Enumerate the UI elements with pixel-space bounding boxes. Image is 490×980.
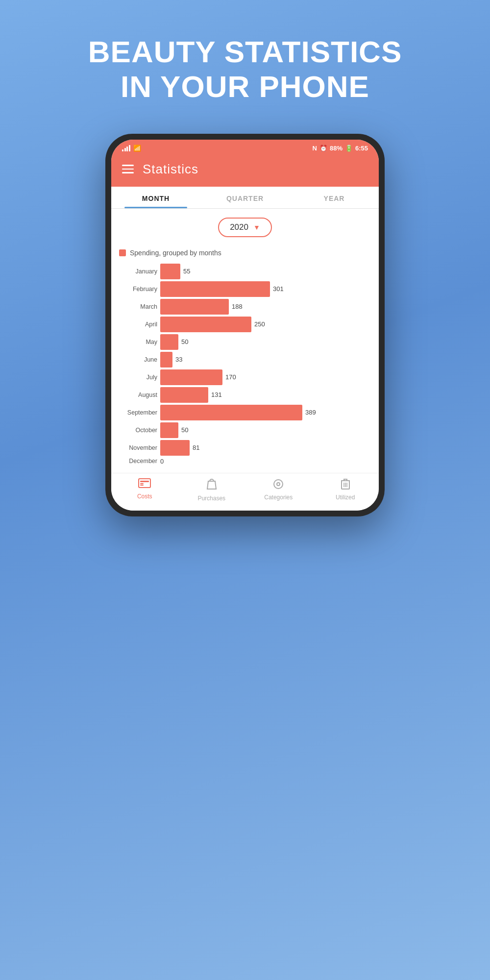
phone-mockup: 📶 N ⏰ 88% 🔋 6:55 Statistics	[105, 134, 385, 516]
nav-item-utilized[interactable]: Utilized	[312, 478, 379, 502]
bar-fill	[160, 352, 172, 368]
bar-container: 250	[160, 317, 371, 332]
hamburger-menu[interactable]	[122, 165, 134, 173]
bar-value: 131	[211, 391, 222, 398]
bar-label: September	[119, 409, 157, 416]
bar-fill	[160, 281, 270, 297]
bar-value: 301	[273, 285, 284, 293]
bar-container: 131	[160, 387, 371, 403]
chart-row: October50	[119, 422, 371, 438]
bar-value: 33	[175, 356, 182, 363]
bar-fill	[160, 387, 208, 403]
battery-percent: 88%	[330, 145, 343, 152]
hero-title: BEAUTY STATISTICS IN YOUR PHONE	[88, 34, 402, 104]
bar-value: 0	[160, 458, 164, 465]
year-selector[interactable]: 2020 ▼	[218, 218, 272, 237]
bar-label: November	[119, 444, 157, 451]
tab-quarter[interactable]: QUARTER	[200, 187, 290, 208]
wifi-icon: 📶	[133, 145, 141, 152]
year-selector-row: 2020 ▼	[111, 209, 379, 244]
nav-icon-purchases	[206, 478, 217, 493]
bar-value: 250	[254, 320, 265, 328]
bar-container: 0	[160, 458, 371, 465]
chart-row: September389	[119, 405, 371, 420]
bar-fill	[160, 405, 302, 420]
bar-value: 170	[225, 373, 236, 381]
bar-fill	[160, 334, 178, 350]
bar-container: 81	[160, 440, 371, 456]
bar-value: 81	[193, 444, 199, 451]
bar-value: 50	[181, 338, 188, 345]
nfc-icon: N	[313, 145, 317, 152]
battery-icon: 🔋	[345, 145, 353, 152]
app-header: Statistics	[111, 155, 379, 187]
nav-label: Costs	[137, 493, 152, 500]
chevron-down-icon: ▼	[253, 223, 260, 231]
svg-point-5	[277, 483, 280, 486]
bar-container: 389	[160, 405, 371, 420]
svg-rect-3	[140, 485, 144, 486]
chart-row: December0	[119, 458, 371, 465]
svg-point-4	[274, 480, 283, 489]
chart-row: June33	[119, 352, 371, 368]
bar-fill	[160, 264, 180, 279]
svg-rect-2	[140, 483, 144, 484]
chart-row: February301	[119, 281, 371, 297]
nav-icon-categories	[272, 478, 284, 492]
bar-label: May	[119, 339, 157, 345]
bar-label: December	[119, 458, 157, 465]
chart-area: Spending, grouped by months January55Feb…	[111, 244, 379, 473]
bar-fill	[160, 299, 229, 315]
nav-icon-utilized	[341, 478, 350, 492]
nav-item-purchases[interactable]: Purchases	[178, 478, 245, 502]
app-title: Statistics	[143, 162, 198, 177]
legend-color-dot	[119, 249, 126, 256]
tab-bar: MONTH QUARTER YEAR	[111, 187, 379, 209]
bar-container: 170	[160, 369, 371, 385]
bar-label: April	[119, 321, 157, 328]
chart-row: November81	[119, 440, 371, 456]
tab-month[interactable]: MONTH	[111, 187, 200, 208]
bar-container: 33	[160, 352, 371, 368]
bar-label: March	[119, 303, 157, 310]
chart-legend: Spending, grouped by months	[119, 249, 371, 257]
bar-label: July	[119, 374, 157, 381]
chart-row: April250	[119, 317, 371, 332]
bar-container: 55	[160, 264, 371, 279]
bar-label: October	[119, 427, 157, 434]
bar-value: 50	[181, 426, 188, 434]
bar-fill	[160, 422, 178, 438]
nav-item-categories[interactable]: Categories	[245, 478, 312, 502]
tab-year[interactable]: YEAR	[290, 187, 379, 208]
bar-label: February	[119, 286, 157, 293]
signal-icon	[122, 145, 130, 151]
bar-fill	[160, 440, 190, 456]
bar-value: 389	[305, 409, 316, 416]
nav-label: Purchases	[197, 495, 225, 502]
nav-icon-costs	[138, 478, 151, 491]
year-value: 2020	[230, 222, 248, 232]
chart-rows: January55February301March188April250May5…	[119, 264, 371, 465]
nav-label: Utilized	[336, 494, 355, 501]
status-bar: 📶 N ⏰ 88% 🔋 6:55	[111, 140, 379, 155]
chart-row: August131	[119, 387, 371, 403]
bar-fill	[160, 369, 222, 385]
nav-item-costs[interactable]: Costs	[111, 478, 178, 502]
legend-label: Spending, grouped by months	[130, 249, 221, 257]
chart-row: March188	[119, 299, 371, 315]
bar-label: January	[119, 268, 157, 275]
svg-rect-0	[139, 479, 150, 488]
bar-container: 50	[160, 422, 371, 438]
svg-rect-1	[140, 481, 149, 482]
bar-label: August	[119, 392, 157, 398]
bar-container: 301	[160, 281, 371, 297]
bar-container: 188	[160, 299, 371, 315]
bar-value: 55	[183, 268, 190, 275]
alarm-icon: ⏰	[319, 145, 327, 152]
bottom-nav: Costs Purchases Categories Utilized	[111, 473, 379, 511]
bar-value: 188	[232, 303, 243, 310]
chart-row: May50	[119, 334, 371, 350]
clock: 6:55	[355, 145, 368, 152]
chart-row: January55	[119, 264, 371, 279]
chart-row: July170	[119, 369, 371, 385]
